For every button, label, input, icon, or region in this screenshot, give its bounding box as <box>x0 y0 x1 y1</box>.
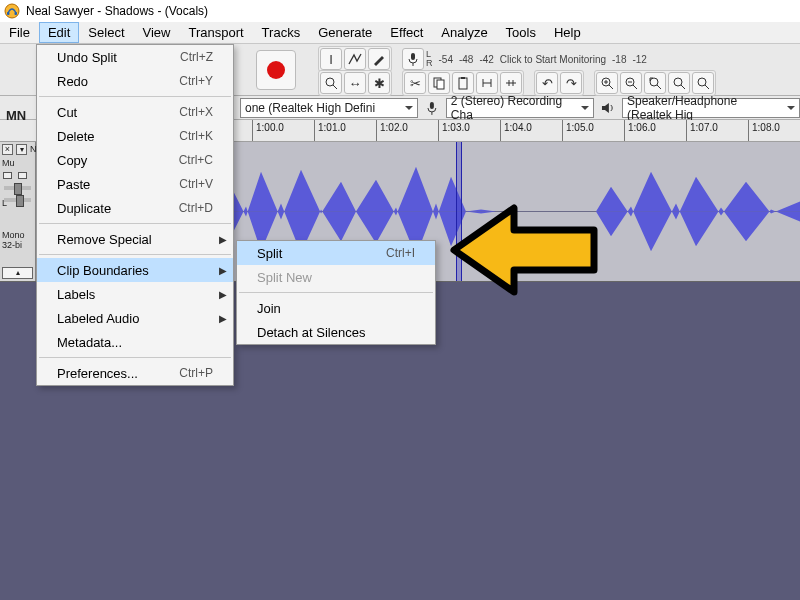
silence-icon[interactable] <box>500 72 522 94</box>
menu-view[interactable]: View <box>134 22 180 43</box>
menu-help[interactable]: Help <box>545 22 590 43</box>
menu-item-metadata[interactable]: Metadata... <box>37 330 233 354</box>
copy-icon[interactable] <box>428 72 450 94</box>
menu-item-redo[interactable]: RedoCtrl+Y <box>37 69 233 93</box>
track-close-button[interactable]: × <box>2 144 13 155</box>
svg-line-6 <box>333 85 337 89</box>
envelope-tool-icon[interactable] <box>344 48 366 70</box>
trim-icon[interactable] <box>476 72 498 94</box>
meter-label: -18 <box>612 54 626 65</box>
selection-tool-icon[interactable]: I <box>320 48 342 70</box>
menu-generate[interactable]: Generate <box>309 22 381 43</box>
tick-label: 1:01.0 <box>318 122 346 133</box>
annotation-arrow-icon <box>444 200 604 300</box>
svg-point-5 <box>326 78 334 86</box>
draw-tool-icon[interactable] <box>368 48 390 70</box>
menu-item-split[interactable]: SplitCtrl+I <box>237 241 435 265</box>
clip-boundaries-submenu: SplitCtrl+I Split New Join Detach at Sil… <box>236 240 436 345</box>
svg-line-17 <box>633 85 637 89</box>
svg-point-22 <box>698 78 706 86</box>
menu-item-paste[interactable]: PasteCtrl+V <box>37 172 233 196</box>
svg-point-0 <box>5 4 19 18</box>
menu-item-preferences[interactable]: Preferences...Ctrl+P <box>37 361 233 385</box>
svg-line-14 <box>609 85 613 89</box>
tick-label: 1:04.0 <box>504 122 532 133</box>
menu-item-labeled-audio[interactable]: Labeled Audio▶ <box>37 306 233 330</box>
svg-rect-3 <box>411 53 415 60</box>
zoom-toggle-icon[interactable] <box>692 72 714 94</box>
zoom-out-icon[interactable] <box>620 72 642 94</box>
svg-line-23 <box>705 85 709 89</box>
menu-select[interactable]: Select <box>79 22 133 43</box>
tick-label: 1:02.0 <box>380 122 408 133</box>
meter-label: -48 <box>459 54 473 65</box>
mic-icon[interactable] <box>402 48 424 70</box>
svg-rect-10 <box>461 77 465 79</box>
menu-item-labels[interactable]: Labels▶ <box>37 282 233 306</box>
menu-separator <box>239 292 433 293</box>
menu-item-remove-special[interactable]: Remove Special▶ <box>37 227 233 251</box>
menu-transport[interactable]: Transport <box>179 22 252 43</box>
menu-effect[interactable]: Effect <box>381 22 432 43</box>
svg-rect-24 <box>430 102 434 109</box>
track-collapse-button[interactable]: ▴ <box>2 267 33 279</box>
mic-icon <box>424 100 440 116</box>
meter-label: -12 <box>632 54 646 65</box>
tick-label: 1:03.0 <box>442 122 470 133</box>
svg-rect-2 <box>15 12 18 15</box>
tick-label: 1:00.0 <box>256 122 284 133</box>
svg-line-21 <box>681 85 685 89</box>
input-device-combo[interactable]: one (Realtek High Defini <box>240 98 418 118</box>
multi-tool-icon[interactable]: ✱ <box>368 72 390 94</box>
titlebar: Neal Sawyer - Shadows - (Vocals) <box>0 0 800 22</box>
undo-icon[interactable]: ↶ <box>536 72 558 94</box>
output-device-value: Speaker/Headphone (Realtek Hig <box>627 94 781 122</box>
paste-icon[interactable] <box>452 72 474 94</box>
speaker-icon <box>600 100 616 116</box>
menu-item-copy[interactable]: CopyCtrl+C <box>37 148 233 172</box>
track-menu-button[interactable]: ▾ <box>16 144 27 155</box>
output-device-combo[interactable]: Speaker/Headphone (Realtek Hig <box>622 98 800 118</box>
input-device-value: one (Realtek High Defini <box>245 101 375 115</box>
gain-slider[interactable] <box>4 186 31 190</box>
redo-icon[interactable]: ↷ <box>560 72 582 94</box>
record-meter[interactable]: -54 -48 -42 Click to Start Monitoring -1… <box>435 54 651 65</box>
mute-button[interactable] <box>3 172 12 179</box>
edit-menu-popup: Undo SplitCtrl+Z RedoCtrl+Y CutCtrl+X De… <box>36 44 234 386</box>
svg-point-18 <box>650 78 658 86</box>
pan-slider[interactable] <box>4 198 31 202</box>
cut-icon[interactable]: ✂ <box>404 72 426 94</box>
menu-separator <box>39 357 231 358</box>
menu-tools[interactable]: Tools <box>497 22 545 43</box>
fit-selection-icon[interactable] <box>644 72 666 94</box>
menu-separator <box>39 223 231 224</box>
track-mu-label: Mu <box>2 158 15 168</box>
track-control-panel[interactable]: × ▾ N Mu L Mono32-bi ▴ <box>0 142 36 281</box>
menu-item-delete[interactable]: DeleteCtrl+K <box>37 124 233 148</box>
menu-item-join[interactable]: Join <box>237 296 435 320</box>
solo-button[interactable] <box>18 172 27 179</box>
menu-item-undo[interactable]: Undo SplitCtrl+Z <box>37 45 233 69</box>
menu-edit[interactable]: Edit <box>39 22 79 43</box>
window-title: Neal Sawyer - Shadows - (Vocals) <box>26 4 208 18</box>
meter-label: -54 <box>439 54 453 65</box>
svg-line-19 <box>657 85 661 89</box>
menu-item-duplicate[interactable]: DuplicateCtrl+D <box>37 196 233 220</box>
meter-hint: Click to Start Monitoring <box>500 54 606 65</box>
zoom-in-icon[interactable] <box>596 72 618 94</box>
fit-project-icon[interactable] <box>668 72 690 94</box>
timeshift-tool-icon[interactable]: ↔ <box>344 72 366 94</box>
track-type: Mono32-bi <box>2 230 25 250</box>
menu-item-clip-boundaries[interactable]: Clip Boundaries▶ <box>37 258 233 282</box>
menu-tracks[interactable]: Tracks <box>253 22 310 43</box>
tick-label: 1:07.0 <box>690 122 718 133</box>
menu-file[interactable]: File <box>0 22 39 43</box>
menu-item-detach-at-silences[interactable]: Detach at Silences <box>237 320 435 344</box>
menu-item-split-new[interactable]: Split New <box>237 265 435 289</box>
menu-item-cut[interactable]: CutCtrl+X <box>37 100 233 124</box>
channels-combo[interactable]: 2 (Stereo) Recording Cha <box>446 98 594 118</box>
menubar: File Edit Select View Transport Tracks G… <box>0 22 800 44</box>
zoom-tool-icon[interactable] <box>320 72 342 94</box>
tick-label: 1:05.0 <box>566 122 594 133</box>
menu-analyze[interactable]: Analyze <box>432 22 496 43</box>
